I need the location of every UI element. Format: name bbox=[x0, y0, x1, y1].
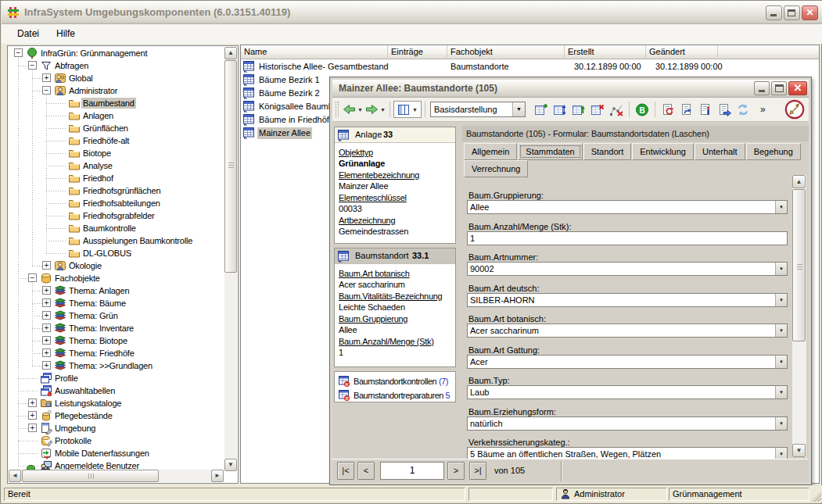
tree-horizontal-scrollbar[interactable]: ◄ ► bbox=[9, 470, 224, 482]
column-header-1[interactable]: Einträge bbox=[388, 45, 447, 59]
view-layout-button[interactable]: ▼ bbox=[393, 101, 422, 118]
tree-expander[interactable]: + bbox=[28, 411, 37, 420]
scroll-right-button[interactable]: ► bbox=[211, 470, 224, 482]
refresh-blue-button[interactable] bbox=[734, 101, 752, 118]
form-field-text[interactable]: 1 bbox=[467, 231, 788, 245]
minimize-button[interactable] bbox=[766, 5, 782, 20]
nav-record-input[interactable]: 1 bbox=[380, 462, 444, 480]
close-button[interactable]: ✕ bbox=[802, 5, 818, 20]
tree-expander[interactable]: − bbox=[28, 273, 37, 282]
tree-expander[interactable]: + bbox=[42, 261, 51, 270]
tree-item[interactable]: Friedhofsabteilungen bbox=[8, 197, 224, 209]
menu-datei[interactable]: Datei bbox=[9, 24, 48, 39]
form-scroll-up[interactable]: ▲ bbox=[792, 175, 806, 188]
combo-dropdown-button[interactable]: ▼ bbox=[512, 102, 525, 116]
tree-expander[interactable]: + bbox=[42, 286, 51, 295]
tree-expander[interactable]: + bbox=[42, 361, 51, 370]
dropdown-arrow[interactable]: ▼ bbox=[775, 386, 787, 399]
tree-expander[interactable]: + bbox=[42, 349, 51, 357]
dropdown-arrow[interactable]: ▼ bbox=[775, 263, 787, 275]
circle-b-button[interactable]: B bbox=[633, 101, 651, 118]
info-box-header[interactable]: Baumstandort 33.1 bbox=[335, 248, 455, 264]
tree-item[interactable]: Ausspielungen Baumkontrolle bbox=[8, 234, 224, 247]
info-field-label[interactable]: Baum.Art botanisch bbox=[339, 269, 410, 278]
form-field-combo[interactable]: Acer▼ bbox=[467, 355, 788, 369]
info-field-label[interactable]: Objekttyp bbox=[339, 148, 373, 157]
tab-begehung[interactable]: Begehung bbox=[746, 143, 801, 160]
tree-item[interactable]: Anlagen bbox=[8, 109, 224, 122]
form-vertical-scrollbar[interactable]: ▲ ▼ bbox=[792, 175, 806, 457]
tree-item[interactable]: Profile bbox=[8, 372, 224, 384]
tab-verrechnung[interactable]: Verrechnung bbox=[464, 160, 528, 177]
dropdown-arrow[interactable]: ▼ bbox=[775, 201, 787, 213]
dropdown-arrow[interactable]: ▼ bbox=[775, 356, 787, 368]
tree-expander[interactable]: − bbox=[42, 86, 51, 95]
nav-next-button[interactable]: > bbox=[447, 462, 465, 480]
form-field-combo[interactable]: Laub▼ bbox=[467, 385, 788, 399]
form-field-combo[interactable]: SILBER-AHORN▼ bbox=[467, 293, 788, 307]
tree-item[interactable]: +Thema: Friedhöfe bbox=[8, 347, 224, 359]
column-header-0[interactable]: Name bbox=[241, 45, 388, 59]
scroll-down-button[interactable]: ▼ bbox=[224, 459, 237, 471]
tree-expander[interactable]: + bbox=[42, 311, 51, 320]
tree-item[interactable]: Angemeldete Benutzer bbox=[8, 459, 224, 470]
tree-item[interactable]: Mobile Datenerfassungen bbox=[8, 447, 224, 459]
tree-expander[interactable]: − bbox=[14, 48, 23, 57]
tab-allgemein[interactable]: Allgemein bbox=[464, 143, 517, 160]
info-field-label[interactable]: Baum.Gruppierung bbox=[339, 314, 407, 323]
tree-expander[interactable]: + bbox=[42, 323, 51, 332]
column-header-4[interactable]: Geändert bbox=[646, 45, 718, 59]
dropdown-arrow[interactable]: ▼ bbox=[775, 417, 787, 430]
doc-export-button[interactable] bbox=[715, 101, 734, 118]
form-field-combo[interactable]: Allee▼ bbox=[467, 200, 788, 214]
tree-item[interactable]: +Umgebung bbox=[8, 422, 224, 434]
forward-button[interactable]: ▼ bbox=[364, 101, 386, 118]
tree-item[interactable]: +Thema: >>Grundlagen bbox=[8, 359, 224, 372]
info-field-label[interactable]: Elementeschlüssel bbox=[339, 193, 407, 202]
tab-standort[interactable]: Standort bbox=[583, 143, 632, 160]
list-row[interactable]: Historische Allee- Gesamtbestand Baumsta… bbox=[241, 60, 819, 73]
tree-item[interactable]: Friedhöfe-alt bbox=[8, 134, 224, 147]
tree-item[interactable]: Friedhofsgrabfelder bbox=[8, 209, 224, 222]
related-link[interactable]: K Baumstandortkontrollen (7) bbox=[338, 374, 448, 388]
tab-stammdaten[interactable]: Stammdaten bbox=[518, 143, 582, 160]
form-field-combo[interactable]: Acer saccharinum▼ bbox=[467, 323, 788, 338]
tree-item[interactable]: +Thema: Biotope bbox=[8, 334, 224, 347]
table-new-button[interactable] bbox=[532, 101, 551, 118]
back-button[interactable]: ▼ bbox=[341, 101, 364, 118]
tree-vertical-scrollbar[interactable]: ▲ ▼ bbox=[224, 47, 237, 471]
tree-item[interactable]: Baumbestand bbox=[8, 97, 224, 109]
scroll-left-button[interactable]: ◄ bbox=[9, 470, 21, 482]
doc-refresh-red-button[interactable] bbox=[659, 101, 677, 118]
tree-expander[interactable]: + bbox=[42, 336, 51, 345]
table-sort-button[interactable] bbox=[551, 101, 569, 118]
tree-item[interactable]: +Thema: Anlagen bbox=[8, 284, 224, 297]
tree-item[interactable]: +Thema: Bäume bbox=[8, 297, 224, 309]
tree-item[interactable]: +Thema: Grün bbox=[8, 309, 224, 322]
table-up-button[interactable] bbox=[569, 101, 588, 118]
tree-item[interactable]: Baumkontrolle bbox=[8, 222, 224, 234]
tree-item[interactable]: −Fachobjekte bbox=[8, 272, 224, 284]
tree-item[interactable]: Friedhofsgrünflächen bbox=[8, 184, 224, 197]
info-field-label[interactable]: Baum.Anzahl/Menge (Stk) bbox=[339, 337, 434, 346]
child-maximize-button[interactable] bbox=[771, 81, 787, 95]
scroll-up-button[interactable]: ▲ bbox=[224, 47, 237, 59]
nav-first-button[interactable]: |< bbox=[337, 462, 354, 480]
tree-item[interactable]: +Pflegebestände bbox=[8, 409, 224, 422]
tree-item[interactable]: Friedhof bbox=[8, 172, 224, 184]
shovel-tool-icon[interactable] bbox=[784, 99, 805, 120]
child-close-button[interactable]: ✕ bbox=[788, 81, 807, 95]
poly-delete-button[interactable] bbox=[607, 101, 626, 118]
form-scroll-down[interactable]: ▼ bbox=[792, 444, 806, 457]
info-field-label[interactable]: Elementebezeichnung bbox=[339, 170, 419, 180]
toolbar-overflow[interactable]: » bbox=[760, 104, 766, 115]
table-delete-button[interactable] bbox=[588, 101, 607, 118]
tree-item[interactable]: +Thema: Inventare bbox=[8, 322, 224, 334]
form-field-combo[interactable]: 90002▼ bbox=[467, 262, 788, 276]
tree-expander[interactable]: + bbox=[28, 424, 37, 432]
tree-expander[interactable]: + bbox=[42, 73, 51, 82]
nav-prev-button[interactable]: < bbox=[357, 462, 375, 480]
tree-item[interactable]: Analyse bbox=[8, 159, 224, 172]
tree-item[interactable]: −Administrator bbox=[8, 84, 224, 97]
tree-item[interactable]: −Abfragen bbox=[8, 59, 224, 72]
